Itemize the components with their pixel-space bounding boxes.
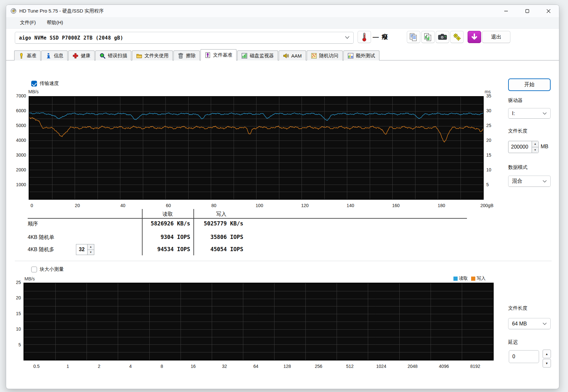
block-chart-legend: 读取 写入 [453,276,488,281]
block-chart-x-tick: 64 [245,364,267,369]
file-length-unit: MB [541,144,548,150]
block-size-chart [23,283,494,360]
tab-erase[interactable]: 擦除 [173,50,200,60]
close-button[interactable] [538,5,559,17]
chevron-down-icon [543,180,547,183]
tab-disk-monitor[interactable]: 磁盘监视器 [237,50,278,60]
tab-info[interactable]: 信息 [41,50,68,60]
update-button[interactable] [468,31,481,43]
file-length-up-button[interactable]: ▲ [532,141,538,147]
temperature-readout: — 癈 [373,33,395,41]
minimize-button[interactable] [495,5,517,17]
file-length-down-button[interactable]: ▼ [532,147,538,153]
speed-chart-x-tick: 120 [294,203,315,208]
camera-icon [438,33,447,41]
speed-chart-x-tick: 100 [249,203,270,208]
gears-icon [453,33,461,41]
app-icon [11,8,16,14]
block-file-length-value: 64 MB [512,321,527,327]
block-chart-y-tick: 15 [7,311,21,316]
legend-label: 写入 [477,276,486,281]
speed-chart-x-tick: 20 [67,203,88,208]
delay-down-button[interactable]: ▼ [543,359,551,368]
start-button[interactable]: 开始 [508,78,551,91]
legend-swatch [453,277,458,281]
screenshot-button[interactable] [436,31,449,43]
speed-chart-yleft-tick: 7000 [12,93,26,98]
start-button-label: 开始 [524,81,535,88]
data-mode-select[interactable]: 混合 [508,176,551,187]
block-chart-x-tick: 8192 [464,364,487,369]
folder-usage-icon [136,53,142,59]
queue-depth-up-button[interactable]: ▲ [88,244,94,250]
block-chart-x-tick: 2048 [401,364,424,369]
speed-chart-yleft-tick: 3000 [12,152,26,158]
block-chart-y-tick: 25 [7,280,21,285]
queue-depth-input[interactable]: 32 [76,244,88,255]
data-mode-label: 数据模式 [508,164,527,170]
tab-random-access[interactable]: 随机访问 [307,50,343,60]
tab-file-benchmark[interactable]: 文件基准 [200,49,237,60]
drive-select[interactable]: aigo NVMe SSD P7000Z 2TB (2048 gB) [15,32,354,44]
tab-health[interactable]: 健康 [68,50,95,60]
block-chart-x-tick: 2 [88,364,110,369]
exit-button[interactable]: 退出 [482,31,510,43]
speed-chart-x-tick: 180 [431,203,452,208]
tab-extra-tests[interactable]: 额外测试 [343,50,379,60]
delay-up-button[interactable]: ▲ [543,350,551,358]
copy-image-button[interactable] [421,31,435,43]
tab-strip: 基准信息健康错误扫描文件夹使用擦除文件基准磁盘监视器AAM随机访问额外测试 [6,49,559,60]
legend-swatch [471,277,475,281]
download-arrow-icon [471,33,478,41]
chevron-down-icon [543,112,547,115]
tab-error-scan[interactable]: 错误扫描 [95,50,131,60]
speed-chart-yleft-unit: MB/s [28,89,39,94]
drive-select-value: aigo NVMe SSD P7000Z 2TB (2048 gB) [19,35,123,41]
table-header-read: 读取 [148,211,187,218]
copy-image-icon [424,33,432,41]
copy-text-button[interactable] [407,31,420,43]
table-row-label: 4KB 随机多 [28,246,54,253]
table-write-value: 35806 IOPS [179,234,243,240]
app-window: HD Tune Pro 5.75 - 硬盘/SSD 实用程序 文件(F) 帮助(… [6,5,559,389]
speed-chart-x-tick: 140 [340,203,361,208]
block-chart-y-tick: 10 [7,326,21,332]
menu-help[interactable]: 帮助(H) [43,18,66,27]
aam-icon [283,53,289,59]
drive-letter-select[interactable]: I: [508,108,551,119]
file-length-input[interactable]: 200000 [508,141,532,153]
block-file-length-select[interactable]: 64 MB [508,318,551,329]
block-chart-x-tick: 512 [339,364,361,369]
transfer-speed-checkbox[interactable] [31,81,37,87]
tab-folder-usage[interactable]: 文件夹使用 [132,50,173,60]
speed-chart-yright-tick: 35 [486,93,491,98]
toolbar: aigo NVMe SSD P7000Z 2TB (2048 gB) — 癈 [6,29,559,50]
block-chart-x-tick: 0.5 [25,364,48,369]
file-length-label: 文件长度 [508,128,527,134]
tab-benchmark[interactable]: 基准 [14,50,41,60]
queue-depth-down-button[interactable]: ▼ [88,250,94,255]
block-chart-x-tick: 16 [182,364,204,369]
options-button[interactable] [450,31,464,43]
delay-input[interactable]: 0 [509,350,539,363]
transfer-speed-label: 传输速度 [40,80,59,87]
block-chart-x-tick: 32 [213,364,236,369]
speed-chart-yright-tick: 10 [486,167,491,172]
speed-chart-yleft-tick: 5000 [12,123,26,128]
tab-aam[interactable]: AAM [279,50,306,60]
error-scan-icon [99,53,106,59]
temperature-button[interactable] [358,31,371,43]
drive-letter-value: I: [512,111,515,116]
data-mode-value: 混合 [512,178,522,185]
block-size-checkbox[interactable] [31,267,37,272]
chevron-down-icon [345,36,349,39]
extra-tests-icon [348,53,354,59]
chevron-down-icon [543,323,547,325]
table-write-value: 5025779 KB/s [179,220,243,227]
maximize-button[interactable] [517,5,538,17]
speed-chart-x-tick: 0 [22,203,42,208]
block-chart-y-tick: 5 [7,342,21,347]
block-chart-y-unit: MB/s [24,276,35,281]
menu-file[interactable]: 文件(F) [17,18,39,27]
speed-chart-yright-tick: 5 [486,182,489,187]
